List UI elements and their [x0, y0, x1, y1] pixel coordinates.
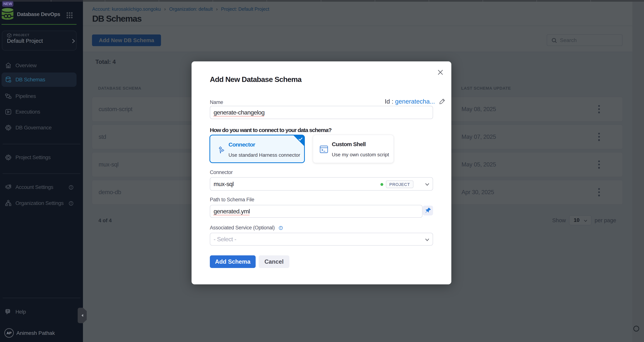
svg-text:?: ? [7, 310, 9, 313]
